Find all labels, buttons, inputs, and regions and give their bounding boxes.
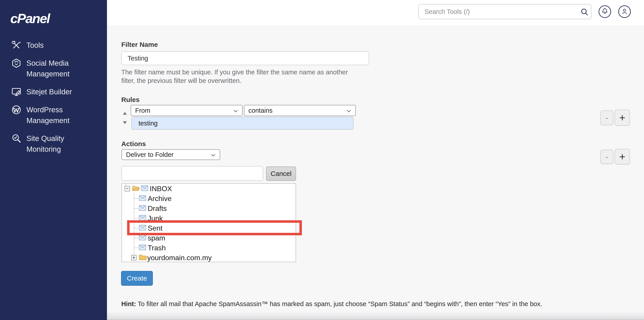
tree-item-junk[interactable]: Junk [122, 213, 296, 223]
add-action-button[interactable]: + [615, 149, 630, 165]
bell-icon [601, 8, 609, 16]
notifications-button[interactable] [598, 5, 611, 18]
tree-item-label: Drafts [148, 204, 167, 213]
mail-folder-icon [139, 205, 146, 212]
tree-item-label: spam [148, 234, 165, 242]
tree-connector-line [134, 248, 138, 248]
tree-connector-line [134, 238, 138, 238]
chevron-down-icon [211, 151, 216, 158]
hint-body: To filter all mail that Apache SpamAssas… [136, 300, 542, 307]
chevron-down-icon [233, 107, 238, 114]
rule-operator-select[interactable]: contains [244, 105, 356, 116]
tree-item-archive[interactable]: Archive [122, 194, 296, 204]
mail-folder-icon [141, 185, 148, 193]
mail-folder-icon [139, 214, 146, 222]
sidebar-item-label: Social Media Management [26, 58, 100, 79]
collapse-icon[interactable] [125, 186, 130, 191]
tree-item-yourdomain[interactable]: yourdomain.com.my [122, 253, 296, 262]
cancel-button[interactable]: Cancel [266, 167, 296, 181]
tree-item-label: Trash [148, 244, 166, 252]
hint-text: Hint: To filter all mail that Apache Spa… [121, 300, 569, 308]
filter-name-help: The filter name must be unique. If you g… [121, 68, 356, 85]
mail-folder-icon [139, 224, 146, 232]
sidebar-item-wordpress-management[interactable]: WordPress Management [0, 104, 107, 126]
mail-folder-icon [139, 234, 146, 242]
tree-connector-line [134, 198, 138, 199]
sidebar-item-label: Site Quality Monitoring [26, 133, 100, 155]
action-type-select[interactable]: Deliver to Folder [122, 149, 220, 160]
user-icon [621, 8, 628, 16]
chevron-down-icon [346, 107, 351, 114]
move-rule-up-arrow[interactable] [123, 112, 127, 115]
cpanel-logo[interactable]: cPanel [10, 11, 50, 26]
tree-item-drafts[interactable]: Drafts [122, 204, 296, 213]
sitejet-builder-icon [11, 87, 22, 97]
sidebar-nav: Tools Social Media Management [0, 40, 107, 155]
account-button[interactable] [618, 5, 631, 18]
action-type-value: Deliver to Folder [126, 151, 211, 158]
tree-item-inbox[interactable]: INBOX [122, 184, 296, 194]
mail-folder-icon [139, 195, 146, 202]
destination-folder-input[interactable] [122, 166, 263, 181]
tree-item-trash[interactable]: Trash [122, 243, 296, 253]
rule-condition-select[interactable]: From [131, 105, 242, 116]
footer-fade [107, 311, 644, 320]
sidebar-item-social-media-management[interactable]: Social Media Management [0, 58, 107, 79]
hint-prefix: Hint: [121, 300, 136, 307]
mail-folder-icon [139, 244, 146, 252]
footer-edge [107, 319, 644, 320]
tree-item-label: yourdomain.com.my [147, 254, 212, 262]
filter-name-input[interactable] [121, 51, 369, 65]
sidebar-item-site-quality-monitoring[interactable]: Site Quality Monitoring [0, 133, 107, 155]
sidebar-item-label: Tools [26, 40, 44, 51]
tree-item-spam[interactable]: spam [122, 233, 296, 243]
search-icon[interactable] [580, 8, 589, 17]
rule-value-input[interactable] [131, 117, 354, 130]
tools-icon [11, 40, 22, 50]
tree-connector-line [134, 228, 138, 228]
site-quality-icon [11, 133, 22, 144]
sidebar-item-label: Sitejet Builder [26, 86, 72, 97]
sidebar-item-label: WordPress Management [26, 104, 100, 126]
cpanel-email-filter-page: cPanel Tools [0, 0, 644, 320]
tree-item-sent[interactable]: Sent [122, 223, 296, 233]
tree-item-label: INBOX [150, 185, 172, 193]
tree-item-label: Archive [148, 195, 172, 203]
rule-operator-value: contains [248, 107, 346, 114]
folder-tree: INBOX Archive Drafts Junk [122, 183, 296, 262]
expand-icon[interactable] [131, 255, 136, 260]
sidebar: cPanel Tools [0, 0, 107, 320]
filter-name-label: Filter Name [121, 41, 158, 48]
sidebar-item-sitejet-builder[interactable]: Sitejet Builder [0, 86, 107, 97]
add-rule-button[interactable]: + [615, 110, 630, 126]
remove-action-button[interactable]: - [600, 150, 613, 164]
actions-label: Actions [121, 140, 146, 148]
tree-connector-line [134, 218, 138, 219]
rule-condition-value: From [135, 107, 233, 114]
create-button[interactable]: Create [121, 271, 153, 286]
tree-item-label: Junk [148, 214, 163, 223]
tree-item-label: Sent [148, 224, 162, 232]
social-media-icon [11, 58, 22, 68]
sidebar-item-tools[interactable]: Tools [0, 40, 107, 51]
open-folder-icon [132, 185, 140, 193]
remove-rule-button[interactable]: - [600, 110, 613, 125]
search-input[interactable] [418, 4, 592, 19]
wordpress-icon [11, 105, 22, 115]
rules-label: Rules [121, 96, 140, 103]
closed-folder-icon [139, 254, 147, 261]
move-rule-down-arrow[interactable] [123, 121, 127, 124]
tree-connector-line [134, 208, 138, 209]
